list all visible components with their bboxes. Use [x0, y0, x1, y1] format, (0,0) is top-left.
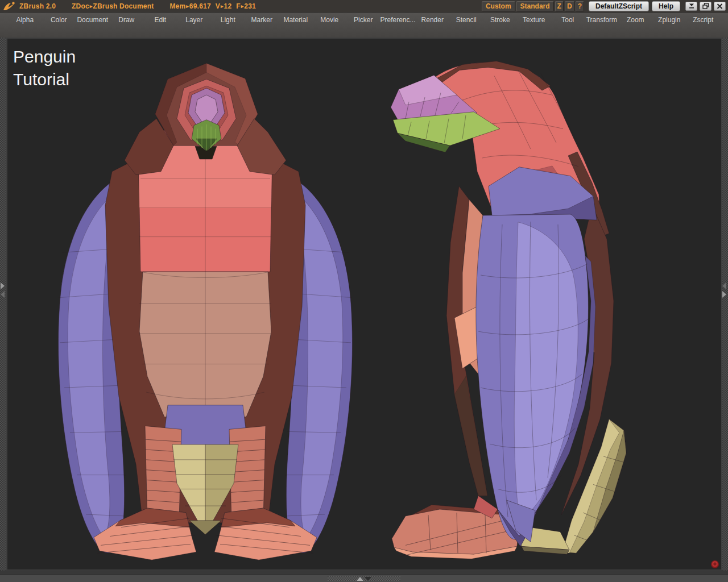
question-button[interactable]: ?	[576, 1, 584, 11]
menu-movie[interactable]: Movie	[313, 16, 347, 24]
menu-stroke[interactable]: Stroke	[483, 16, 518, 24]
restore-window-button[interactable]	[700, 2, 712, 11]
open-tray-left-arrow-icon	[722, 282, 726, 289]
canvas-bottom-frame	[0, 571, 728, 575]
triangle-separator-icon: ▸	[221, 3, 224, 9]
menu-edit[interactable]: Edit	[143, 16, 177, 24]
f-value: 231	[244, 2, 256, 10]
menu-texture[interactable]: Texture	[517, 16, 551, 24]
menu-color[interactable]: Color	[42, 16, 76, 24]
bottom-tray-drag-handle[interactable]	[328, 576, 400, 581]
right-tray-handle[interactable]	[722, 38, 728, 571]
mem-label: Mem	[169, 2, 185, 10]
menu-alpha[interactable]: Alpha	[8, 16, 42, 24]
penguin-model-render	[7, 39, 721, 569]
document-breadcrumb: ZDoc ▸ ZBrush Document	[72, 2, 154, 10]
default-zscript-button[interactable]: DefaultZScript	[589, 1, 649, 11]
help-button[interactable]: Help	[652, 1, 680, 11]
penguin-side-view	[391, 61, 626, 559]
penguin-front-view	[58, 64, 352, 560]
restore-icon	[702, 3, 709, 9]
memory-stats: Mem ▸ 69.617 V ▸ 12 F ▸ 231	[169, 2, 256, 10]
menu-material[interactable]: Material	[279, 16, 313, 24]
canvas-title-line1: Penguin	[13, 45, 76, 68]
open-tray-left-arrow-icon	[1, 291, 5, 298]
open-tray-right-arrow-icon	[1, 282, 5, 289]
notification-dot[interactable]	[711, 560, 719, 568]
zbrush-window: ZBrush 2.0 ZDoc ▸ ZBrush Document Mem ▸ …	[0, 0, 728, 582]
standard-ui-button[interactable]: Standard	[516, 1, 554, 11]
zdoc-label: ZDoc	[72, 2, 89, 10]
f-label: F	[236, 2, 241, 10]
canvas-title: Penguin Tutorial	[13, 45, 76, 91]
zbrush-logo-icon[interactable]	[2, 1, 16, 11]
left-tray-handle[interactable]	[0, 38, 6, 571]
menu-tool[interactable]: Tool	[551, 16, 585, 24]
canvas-title-line2: Tutorial	[13, 68, 76, 91]
triangle-separator-icon: ▸	[241, 3, 244, 9]
menu-render[interactable]: Render	[416, 16, 450, 24]
triangle-separator-icon: ▸	[90, 3, 93, 9]
up-arrow-icon	[357, 577, 363, 581]
title-bar: ZBrush 2.0 ZDoc ▸ ZBrush Document Mem ▸ …	[0, 0, 728, 13]
menu-zscript[interactable]: Zscript	[686, 16, 721, 24]
open-tray-right-arrow-icon	[722, 291, 726, 298]
shrink-icon	[688, 3, 695, 9]
mem-value: 69.617	[189, 2, 211, 10]
app-title: ZBrush 2.0	[19, 2, 56, 10]
bottom-bar	[0, 575, 728, 582]
custom-ui-button[interactable]: Custom	[482, 1, 515, 11]
menu-marker[interactable]: Marker	[245, 16, 279, 24]
triangle-separator-icon: ▸	[186, 3, 189, 9]
menu-zoom[interactable]: Zoom	[619, 16, 653, 24]
z-button[interactable]: Z	[555, 1, 564, 11]
menu-preferenc[interactable]: Preferenc...	[380, 16, 416, 24]
down-arrow-icon	[365, 577, 371, 581]
menu-draw[interactable]: Draw	[110, 16, 144, 24]
menu-document[interactable]: Document	[76, 16, 110, 24]
menu-bar: AlphaColorDocumentDrawEditLayerLightMark…	[0, 13, 728, 38]
close-window-button[interactable]	[714, 2, 726, 11]
d-button[interactable]: D	[565, 1, 574, 11]
menu-picker[interactable]: Picker	[346, 16, 380, 24]
shrink-window-button[interactable]	[685, 2, 697, 11]
menu-stencil[interactable]: Stencil	[449, 16, 483, 24]
menu-layer[interactable]: Layer	[177, 16, 212, 24]
workspace: Penguin Tutorial	[0, 38, 728, 571]
v-value: 12	[224, 2, 232, 10]
menu-light[interactable]: Light	[211, 16, 245, 24]
document-name: ZBrush Document	[93, 2, 154, 10]
menu-transform[interactable]: Transform	[585, 16, 619, 24]
v-label: V	[216, 2, 220, 10]
document-canvas[interactable]: Penguin Tutorial	[6, 38, 722, 571]
menu-zplugin[interactable]: Zplugin	[652, 16, 686, 24]
close-icon	[717, 3, 723, 9]
